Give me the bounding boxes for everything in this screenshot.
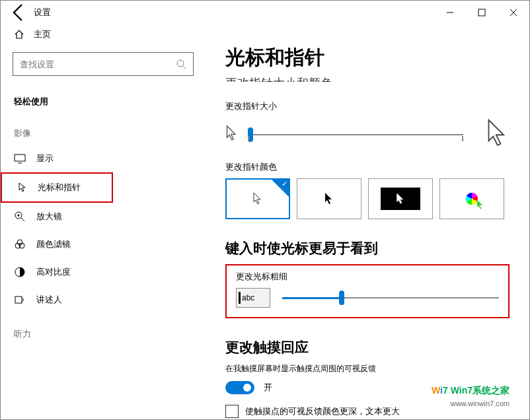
color-filter-icon: [14, 238, 26, 250]
cursor-small-icon: [225, 125, 239, 145]
maximize-button[interactable]: [466, 1, 498, 24]
pointer-color-white[interactable]: [225, 178, 290, 219]
sidebar-item-narrator[interactable]: 讲述人: [1, 286, 206, 314]
svg-rect-6: [15, 155, 25, 161]
pointer-size-label: 更改指针大小: [225, 100, 510, 112]
cursor-thickness-section: 更改光标粗细 abc: [225, 264, 510, 318]
sidebar-item-display[interactable]: 显示: [1, 145, 206, 172]
typing-cursor-heading: 键入时使光标更易于看到: [225, 239, 510, 258]
group-hearing: 听力: [1, 314, 206, 345]
checkbox-label: 使触摸点的可视反馈颜色更深，文本更大: [245, 405, 400, 417]
pointer-color-custom[interactable]: [439, 178, 504, 219]
magnifier-icon: [14, 211, 26, 223]
nav-label: 显示: [36, 153, 54, 164]
cursor-large-icon: [486, 118, 510, 152]
content-pane: 光标和指针 更改指针大小和颜色 更改指针大小 更改指针颜色: [206, 24, 529, 419]
touch-feedback-heading: 更改触摸回应: [225, 338, 510, 357]
nav-label: 光标和指针: [38, 182, 81, 193]
home-icon: [14, 29, 24, 40]
home-label: 主页: [34, 28, 51, 40]
touch-feedback-description: 在我触摸屏幕时显示触摸点周围的可视反馈: [225, 363, 510, 374]
sidebar-item-cursor-pointer[interactable]: 光标和指针: [1, 172, 113, 203]
svg-rect-16: [15, 297, 22, 303]
cursor-thickness-preview: abc: [236, 288, 270, 308]
truncated-section-heading: 更改指针大小和颜色: [225, 75, 510, 87]
title-bar: 设置: [1, 1, 529, 24]
nav-label: 放大镜: [36, 211, 62, 223]
sidebar-item-color-filters[interactable]: 颜色滤镜: [1, 230, 206, 258]
svg-point-4: [177, 60, 184, 67]
group-vision: 影像: [1, 113, 206, 145]
group-ease-of-access: 轻松使用: [1, 81, 206, 113]
close-button[interactable]: [498, 1, 529, 24]
high-contrast-icon: [14, 266, 26, 278]
sidebar-item-high-contrast[interactable]: 高对比度: [1, 258, 206, 286]
pointer-color-label: 更改指针颜色: [225, 161, 510, 173]
pointer-color-inverted[interactable]: [368, 178, 433, 219]
pointer-size-slider[interactable]: [248, 127, 463, 143]
sidebar-item-magnifier[interactable]: 放大镜: [1, 203, 206, 230]
nav-label: 讲述人: [36, 294, 62, 306]
darker-feedback-checkbox[interactable]: [225, 405, 239, 418]
cursor-thickness-slider[interactable]: [282, 290, 499, 306]
search-box[interactable]: [13, 52, 194, 76]
cursor-thickness-label: 更改光标粗细: [236, 271, 499, 283]
search-input[interactable]: [20, 59, 176, 69]
nav-label: 高对比度: [36, 266, 71, 278]
search-icon: [176, 59, 186, 69]
minimize-button[interactable]: [434, 1, 466, 24]
display-icon: [14, 153, 26, 164]
narrator-icon: [14, 294, 26, 306]
back-button[interactable]: [9, 2, 30, 23]
page-title: 光标和指针: [225, 44, 510, 71]
cursor-pointer-icon: [15, 182, 27, 193]
sidebar: 主页 轻松使用 影像 显示 光标和指针 放大镜 颜色滤镜 高对比度: [1, 24, 206, 419]
touch-feedback-toggle[interactable]: [225, 381, 254, 394]
home-link[interactable]: 主页: [1, 24, 206, 52]
svg-line-5: [183, 66, 186, 69]
window-title: 设置: [34, 7, 51, 18]
pointer-color-black[interactable]: [297, 178, 361, 219]
toggle-state-label: 开: [264, 382, 272, 394]
svg-line-9: [21, 218, 24, 221]
svg-rect-1: [478, 9, 485, 16]
nav-label: 颜色滤镜: [36, 238, 71, 250]
